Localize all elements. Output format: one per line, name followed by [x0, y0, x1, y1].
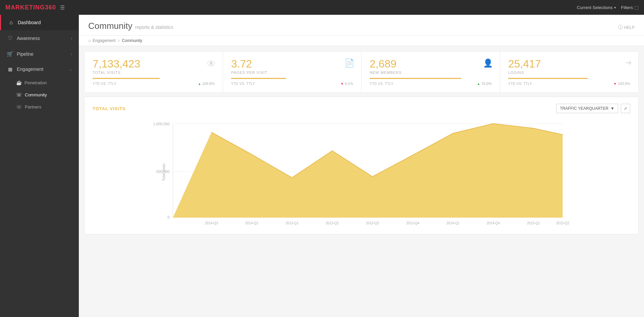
expand-icon: ⤢	[624, 106, 627, 111]
hamburger-menu-icon[interactable]: ☰	[60, 4, 65, 11]
current-selections-label: Current Selections	[577, 5, 613, 10]
sidebar-item-dashboard[interactable]: ⌂ Dashboard	[0, 15, 79, 30]
sidebar-item-label: Pipeline	[17, 51, 34, 57]
stat-label-logins: LOGINS	[508, 71, 630, 75]
stat-value-new-members: 2,689	[370, 58, 492, 69]
stat-card-logins: ➔ 25,417 LOGINS YTD VS. TTLY ▼ 100.0%	[500, 52, 638, 92]
svg-text:0: 0	[167, 215, 169, 219]
chart-container: 1,000,000 500,000 0 Total Visits 20	[93, 119, 630, 227]
sidebar-item-pipeline[interactable]: 🛒 Pipeline ›	[0, 46, 79, 62]
breadcrumb-current: Community	[122, 38, 142, 43]
svg-text:2014-Q2: 2014-Q2	[245, 221, 258, 225]
stat-arrow-down: ▼ 100.0%	[613, 82, 630, 86]
glasses-icon: 👁	[207, 58, 216, 70]
chart-area-fill	[173, 124, 563, 218]
stat-label-new-members: NEW MEMBERS	[370, 71, 492, 75]
logo: MARKETING360	[5, 4, 56, 11]
help-label: HELP	[624, 25, 635, 30]
stat-arrow-down: ▼ 6.1%	[340, 82, 353, 86]
stat-change-value: 109.8%	[202, 82, 215, 86]
dropdown-label: TRAFFIC YEARQUARTER	[560, 106, 608, 111]
stat-change-value: 6.1%	[345, 82, 353, 86]
stat-value-pages-per-visit: 3.72	[231, 58, 353, 69]
chevron-down-icon: ▾	[614, 6, 616, 9]
stat-bar-total-visits	[93, 78, 160, 79]
breadcrumb: ⌂ Engagement > Community	[79, 36, 644, 46]
sidebar-sub-label: Community	[25, 92, 47, 97]
stat-value-total-visits: 7,133,423	[93, 58, 215, 69]
community-icon: ☏	[16, 92, 22, 97]
svg-text:2014-Q3: 2014-Q3	[205, 221, 218, 225]
page-title-area: Community reports & statistics	[88, 21, 173, 31]
filters-label: Filters	[621, 5, 633, 10]
sidebar-sub-label: Penetration	[24, 80, 47, 85]
svg-text:2014-Q1: 2014-Q1	[446, 221, 460, 225]
chart-controls: TRAFFIC YEARQUARTER ▼ ⤢	[556, 104, 630, 113]
topbar: MARKETING360 ☰ Current Selections ▾ Filt…	[0, 0, 644, 15]
login-icon: ➔	[626, 58, 632, 67]
topbar-left: MARKETING360 ☰	[5, 4, 65, 11]
logo-360: 360	[45, 4, 56, 11]
page-header: Community reports & statistics ⓘ HELP	[79, 15, 644, 36]
stat-change-new-members: YTD VS. TTLY ▲ 76.0%	[370, 82, 492, 86]
svg-text:1,000,000: 1,000,000	[153, 122, 170, 126]
chart-title: TOTAL VISITS	[93, 106, 126, 111]
person-icon: 👤	[483, 58, 493, 68]
stat-change-value: 100.0%	[618, 82, 630, 86]
sidebar-item-penetration[interactable]: ☕ Penetration	[16, 77, 79, 89]
chevron-down-icon: ⌄	[69, 67, 72, 72]
stat-change-pages-per-visit: YTD VS. TTLY ▼ 6.1%	[231, 82, 353, 86]
partners-icon: ☏	[16, 104, 22, 109]
traffic-yearquarter-dropdown[interactable]: TRAFFIC YEARQUARTER ▼	[556, 104, 618, 113]
ytd-label: YTD VS. TTLY	[508, 82, 532, 86]
pipeline-icon: 🛒	[7, 51, 13, 57]
ytd-label: YTD VS. TTLY	[231, 82, 255, 86]
penetration-icon: ☕	[16, 80, 22, 85]
sidebar-item-awareness[interactable]: ♡ Awareness ›	[0, 30, 79, 46]
sidebar-sub-label: Partners	[25, 104, 41, 109]
stat-label-total-visits: TOTAL VISITS	[93, 71, 215, 75]
svg-text:2013-Q1: 2013-Q1	[285, 221, 299, 225]
chevron-down-icon: ▼	[610, 106, 614, 111]
engagement-icon: ▦	[7, 66, 13, 72]
sidebar-item-partners[interactable]: ☏ Partners	[16, 101, 79, 113]
chart-section: TOTAL VISITS TRAFFIC YEARQUARTER ▼ ⤢ 1,0…	[84, 97, 639, 234]
breadcrumb-engagement-link[interactable]: Engagement	[93, 38, 115, 43]
help-button[interactable]: ⓘ HELP	[618, 25, 635, 31]
stat-card-pages-per-visit: 📄 3.72 PAGES PER VISIT YTD VS. TTLY ▼ 6.…	[223, 52, 362, 92]
main-layout: ⌂ Dashboard ♡ Awareness › 🛒 Pipeline › ▦…	[0, 15, 644, 317]
current-selections-button[interactable]: Current Selections ▾	[577, 5, 616, 10]
stat-change-total-visits: YTD VS. TTLY ▲ 109.8%	[93, 82, 215, 86]
expand-chart-button[interactable]: ⤢	[621, 104, 630, 113]
sidebar-item-label: Dashboard	[18, 20, 41, 25]
stat-change-value: 76.0%	[481, 82, 492, 86]
sidebar-item-community[interactable]: ☏ Community	[16, 89, 79, 101]
svg-text:2014-Q4: 2014-Q4	[487, 221, 500, 225]
stat-bar-pages-per-visit	[231, 78, 286, 79]
home-icon: ⌂	[8, 19, 14, 26]
ytd-label: YTD VS. TTLY	[93, 82, 116, 86]
sidebar-item-engagement[interactable]: ▦ Engagement ⌄	[0, 62, 79, 77]
logo-marketing: MARKETING	[5, 4, 45, 11]
svg-text:2013-Q2: 2013-Q2	[326, 221, 339, 225]
breadcrumb-home-icon: ⌂	[88, 38, 91, 43]
stat-arrow-up: ▲ 76.0%	[477, 82, 492, 86]
help-circle-icon: ⓘ	[618, 25, 623, 31]
ytd-label: YTD VS. TTLY	[370, 82, 393, 86]
svg-text:2013-Q4: 2013-Q4	[406, 221, 419, 225]
filter-icon: ⬚	[634, 5, 639, 10]
sidebar-item-label: Engagement	[17, 66, 43, 72]
stat-arrow-up: ▲ 109.8%	[198, 82, 215, 86]
chevron-right-icon: ›	[71, 36, 72, 40]
stat-label-pages-per-visit: PAGES PER VISIT	[231, 71, 353, 75]
stat-card-new-members: 👤 2,689 NEW MEMBERS YTD VS. TTLY ▲ 76.0%	[362, 52, 500, 92]
topbar-right: Current Selections ▾ Filters ⬚	[577, 5, 639, 10]
breadcrumb-separator: >	[117, 38, 120, 43]
stat-change-logins: YTD VS. TTLY ▼ 100.0%	[508, 82, 630, 86]
stat-bar-new-members	[370, 78, 461, 79]
page-subtitle: reports & statistics	[135, 25, 173, 30]
sidebar: ⌂ Dashboard ♡ Awareness › 🛒 Pipeline › ▦…	[0, 15, 79, 317]
svg-text:2013-Q3: 2013-Q3	[366, 221, 379, 225]
chart-header: TOTAL VISITS TRAFFIC YEARQUARTER ▼ ⤢	[93, 104, 630, 113]
filters-button[interactable]: Filters ⬚	[621, 5, 639, 10]
